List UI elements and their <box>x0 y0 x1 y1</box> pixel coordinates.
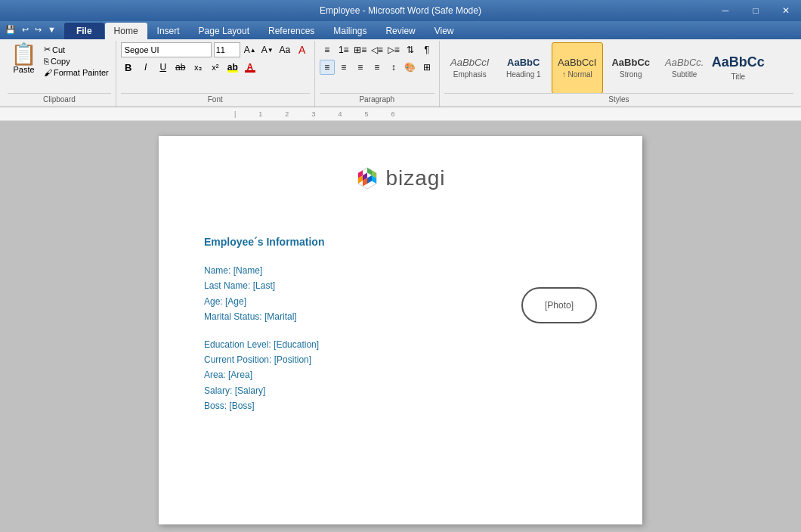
font-row-2: B I U ab x₂ x² ab A <box>121 60 258 75</box>
field-position: Current Position: [Position] <box>204 352 597 367</box>
tab-references[interactable]: References <box>259 23 323 39</box>
heading1-label: Heading 1 <box>506 70 541 79</box>
strong-label: Strong <box>620 70 642 79</box>
clear-format-btn[interactable]: A <box>295 42 310 57</box>
style-emphasis[interactable]: AaBbCcI Emphasis <box>444 42 496 93</box>
paste-label: Paste <box>13 65 34 74</box>
undo-quick-btn[interactable]: ↩ <box>20 24 31 36</box>
align-right-btn[interactable]: ≡ <box>353 60 368 75</box>
multilevel-btn[interactable]: ⊞≡ <box>353 42 368 57</box>
document-area[interactable]: bizagi Employee´s Information [Photo] Na… <box>0 121 801 532</box>
align-center-btn[interactable]: ≡ <box>336 60 351 75</box>
title-bar: Employee - Microsoft Word (Safe Mode) ─ … <box>0 0 801 21</box>
cut-button[interactable]: ✂ Cut <box>42 44 111 55</box>
logo-area: bizagi <box>204 166 597 190</box>
tab-mailings[interactable]: Mailings <box>324 23 376 39</box>
style-title[interactable]: AaBbCc Title <box>713 42 764 93</box>
para-row-2: ≡ ≡ ≡ ≡ ↕ 🎨 ⊞ <box>320 60 435 75</box>
decrease-indent-btn[interactable]: ◁≡ <box>370 42 385 57</box>
fields-group-2: Education Level: [Education] Current Pos… <box>204 337 597 414</box>
field-education: Education Level: [Education] <box>204 337 597 352</box>
font-size-input[interactable] <box>214 42 240 57</box>
styles-label: Styles <box>444 93 793 105</box>
normal-sample: AaBbCcI <box>558 57 596 69</box>
section-title: Employee´s Information <box>204 236 597 248</box>
tab-file[interactable]: File <box>64 23 104 39</box>
copy-button[interactable]: ⎘ Copy <box>42 56 111 66</box>
subtitle-label: Subtitle <box>672 70 697 79</box>
title-label: Title <box>731 73 745 81</box>
font-grow-btn[interactable]: A▲ <box>243 42 258 57</box>
tab-insert[interactable]: Insert <box>148 23 189 39</box>
title-sample: AaBbCc <box>712 54 765 71</box>
quick-access-toolbar: 💾 ↩ ↪ ▼ <box>0 21 61 38</box>
justify-btn[interactable]: ≡ <box>370 60 385 75</box>
underline-button[interactable]: U <box>156 60 171 75</box>
bold-button[interactable]: B <box>121 60 136 75</box>
customize-quick-btn[interactable]: ▼ <box>45 24 58 35</box>
font-row-1: A▲ A▼ Aa A <box>121 42 310 57</box>
heading1-sample: AaBbC <box>507 57 540 69</box>
emphasis-label: Emphasis <box>453 70 487 79</box>
paragraph-label: Paragraph <box>320 93 435 105</box>
format-painter-button[interactable]: 🖌 Format Painter <box>42 67 111 78</box>
para-row-1: ≡ 1≡ ⊞≡ ◁≡ ▷≡ ⇅ ¶ <box>320 42 435 57</box>
style-heading1[interactable]: AaBbC Heading 1 <box>498 42 549 93</box>
window-title: Employee - Microsoft Word (Safe Mode) <box>320 5 481 16</box>
tab-review[interactable]: Review <box>376 23 424 39</box>
font-name-input[interactable] <box>121 42 212 57</box>
tab-home[interactable]: Home <box>105 23 147 39</box>
ruler: | 1 2 3 4 5 6 <box>0 107 801 121</box>
photo-placeholder: [Photo] <box>521 287 597 323</box>
clipboard-right: ✂ Cut ⎘ Copy 🖌 Format Painter <box>42 42 111 78</box>
superscript-button[interactable]: x² <box>208 60 223 75</box>
strikethrough-button[interactable]: ab <box>173 60 188 75</box>
styles-group: AaBbCcI Emphasis AaBbC Heading 1 AaBbCcI… <box>440 41 798 107</box>
save-quick-btn[interactable]: 💾 <box>3 24 18 36</box>
numbering-btn[interactable]: 1≡ <box>336 42 351 57</box>
field-salary: Salary: [Salary] <box>204 383 597 398</box>
maximize-button[interactable]: □ <box>741 0 771 21</box>
align-left-btn[interactable]: ≡ <box>320 60 335 75</box>
change-case-btn[interactable]: Aa <box>277 42 292 57</box>
tab-page-layout[interactable]: Page Layout <box>190 23 258 39</box>
paste-icon: 📋 <box>11 44 37 65</box>
font-color-btn[interactable]: A <box>243 60 258 75</box>
copy-icon: ⎘ <box>44 57 49 66</box>
ribbon: 📋 Paste ✂ Cut ⎘ Copy 🖌 Format Painter Cl… <box>0 39 801 107</box>
redo-quick-btn[interactable]: ↪ <box>32 24 44 36</box>
field-area: Area: [Area] <box>204 367 597 382</box>
font-group: A▲ A▼ Aa A B I U ab x₂ x² ab A Font <box>116 41 315 107</box>
window-controls: ─ □ ✕ <box>710 0 801 21</box>
field-name: Name: [Name] <box>204 263 597 278</box>
clipboard-label: Clipboard <box>8 93 111 105</box>
tab-view[interactable]: View <box>425 23 463 39</box>
scissors-icon: ✂ <box>44 45 51 54</box>
subscript-button[interactable]: x₂ <box>190 60 206 75</box>
increase-indent-btn[interactable]: ▷≡ <box>386 42 401 57</box>
text-highlight-btn[interactable]: ab <box>225 60 240 75</box>
subtitle-sample: AaBbCc. <box>665 57 704 69</box>
paragraph-group: ≡ 1≡ ⊞≡ ◁≡ ▷≡ ⇅ ¶ ≡ ≡ ≡ ≡ ↕ 🎨 ⊞ Paragrap… <box>315 41 440 107</box>
style-subtitle[interactable]: AaBbCc. Subtitle <box>659 42 710 93</box>
show-formatting-btn[interactable]: ¶ <box>419 42 435 57</box>
sort-btn[interactable]: ⇅ <box>403 42 418 57</box>
emphasis-sample: AaBbCcI <box>450 57 489 69</box>
field-boss: Boss: [Boss] <box>204 398 597 413</box>
bullets-btn[interactable]: ≡ <box>320 42 335 57</box>
clipboard-group: 📋 Paste ✂ Cut ⎘ Copy 🖌 Format Painter Cl… <box>3 41 116 107</box>
style-strong[interactable]: AaBbCc Strong <box>605 42 657 93</box>
close-button[interactable]: ✕ <box>771 0 801 21</box>
minimize-button[interactable]: ─ <box>710 0 741 21</box>
paste-button[interactable]: 📋 Paste <box>8 42 40 76</box>
font-shrink-btn[interactable]: A▼ <box>260 42 275 57</box>
bizagi-logo: bizagi <box>355 166 445 190</box>
bizagi-logo-icon <box>355 166 379 190</box>
line-spacing-btn[interactable]: ↕ <box>386 60 401 75</box>
font-label: Font <box>121 93 310 105</box>
shading-btn[interactable]: 🎨 <box>403 60 418 75</box>
italic-button[interactable]: I <box>138 60 153 75</box>
borders-btn[interactable]: ⊞ <box>419 60 435 75</box>
logo-text: bizagi <box>385 166 445 190</box>
style-normal[interactable]: AaBbCcI ↑ Normal <box>552 42 603 93</box>
